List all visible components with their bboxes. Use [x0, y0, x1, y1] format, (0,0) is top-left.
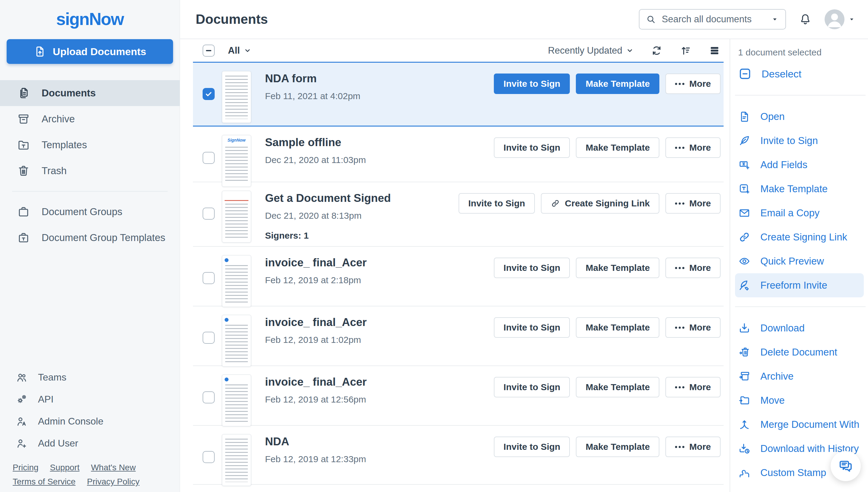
more-button[interactable]: More [665, 138, 721, 158]
action-merge-document-with[interactable]: Merge Document With [735, 413, 864, 437]
more-button[interactable]: More [665, 193, 721, 214]
filter-dropdown[interactable]: All [228, 45, 252, 56]
deselect-label: Deselect [761, 68, 801, 80]
document-row-selected[interactable]: NDA form Feb 11, 2021 at 4:02pm Invite t… [193, 62, 724, 126]
row-checkbox[interactable] [203, 152, 215, 164]
sort-order-icon[interactable] [680, 45, 691, 57]
action-freeform-invite[interactable]: Freeform Invite [735, 273, 864, 297]
sidebar-item-add-user[interactable]: Add User [0, 432, 180, 454]
document-title[interactable]: NDA [265, 435, 366, 448]
action-open[interactable]: Open [735, 104, 864, 129]
search-scope-caret-icon[interactable] [770, 15, 779, 24]
document-info: invoice_ final_Acer Feb 12, 2019 at 12:5… [265, 374, 367, 404]
document-row[interactable]: Sample offline Dec 21, 2020 at 11:03pm I… [193, 126, 724, 182]
create-signing-link-button[interactable]: Create Signing Link [541, 193, 660, 214]
row-checkbox[interactable] [203, 332, 215, 344]
invite-to-sign-button[interactable]: Invite to Sign [494, 437, 570, 457]
sidebar-item-label: Templates [42, 139, 87, 151]
avatar[interactable] [825, 9, 844, 29]
make-template-button[interactable]: Make Template [576, 317, 659, 338]
action-invite-to-sign[interactable]: Invite to Sign [735, 129, 864, 153]
make-template-button[interactable]: Make Template [576, 257, 659, 278]
more-button[interactable]: More [665, 437, 721, 457]
document-thumbnail[interactable] [222, 434, 251, 486]
document-title[interactable]: invoice_ final_Acer [265, 316, 367, 329]
chat-fab-button[interactable] [830, 451, 861, 481]
row-checkbox[interactable] [203, 272, 215, 284]
more-button[interactable]: More [665, 74, 721, 94]
search-box[interactable] [639, 9, 786, 29]
action-delete-document[interactable]: Delete Document [735, 340, 864, 364]
more-button[interactable]: More [665, 317, 721, 338]
row-checkbox[interactable] [203, 207, 215, 220]
document-title[interactable]: Get a Document Signed [265, 192, 391, 204]
action-create-signing-link[interactable]: Create Signing Link [735, 225, 864, 249]
make-template-button[interactable]: Make Template [576, 437, 659, 457]
document-row[interactable]: invoice_ final_Acer Feb 12, 2019 at 1:02… [193, 306, 724, 366]
sidebar-item-trash[interactable]: Trash [0, 158, 180, 184]
document-thumbnail[interactable] [222, 255, 251, 307]
select-all-checkbox[interactable] [203, 45, 215, 57]
make-template-button[interactable]: Make Template [576, 74, 659, 94]
sidebar-item-api[interactable]: API [0, 388, 180, 410]
make-template-icon [738, 182, 751, 195]
move-folder-icon [738, 394, 751, 407]
sidebar-item-teams[interactable]: Teams [0, 366, 180, 388]
action-move[interactable]: Move [735, 388, 864, 413]
invite-to-sign-button[interactable]: Invite to Sign [494, 317, 570, 338]
action-make-template[interactable]: Make Template [735, 177, 864, 201]
footer-link-terms-of-service[interactable]: Terms of Service [13, 476, 76, 487]
sidebar-item-document-group-templates[interactable]: Document Group Templates [0, 225, 180, 251]
more-button[interactable]: More [665, 377, 721, 397]
account-menu[interactable] [825, 9, 856, 29]
upload-documents-label: Upload Documents [53, 46, 146, 57]
sidebar-item-documents[interactable]: Documents [0, 80, 180, 106]
row-checkbox[interactable] [203, 451, 215, 463]
refresh-icon[interactable] [651, 45, 663, 57]
rows-view-icon[interactable] [708, 45, 721, 57]
document-row[interactable]: Get a Document Signed Dec 21, 2020 at 8:… [193, 182, 724, 246]
invite-to-sign-button[interactable]: Invite to Sign [459, 193, 535, 214]
document-title[interactable]: invoice_ final_Acer [265, 376, 367, 388]
more-button[interactable]: More [665, 257, 721, 278]
sidebar-item-document-groups[interactable]: Document Groups [0, 199, 180, 225]
signnow-logo[interactable]: signNow [0, 9, 180, 29]
action-archive[interactable]: Archive [735, 364, 864, 388]
document-row[interactable]: invoice_ final_Acer Feb 12, 2019 at 12:5… [193, 366, 724, 425]
document-thumbnail[interactable] [222, 135, 251, 187]
action-quick-preview[interactable]: Quick Preview [735, 249, 864, 273]
document-row[interactable]: invoice_ final_Acer Feb 12, 2019 at 2:18… [193, 246, 724, 306]
document-title[interactable]: invoice_ final_Acer [265, 256, 367, 269]
sidebar-item-archive[interactable]: Archive [0, 106, 180, 132]
invite-to-sign-button[interactable]: Invite to Sign [494, 257, 570, 278]
document-title[interactable]: NDA form [265, 72, 360, 85]
footer-link-privacy-policy[interactable]: Privacy Policy [87, 476, 140, 487]
make-template-button[interactable]: Make Template [576, 138, 659, 158]
make-template-button[interactable]: Make Template [576, 377, 659, 397]
row-checkbox[interactable] [203, 391, 215, 403]
search-input[interactable] [661, 14, 766, 25]
download-with-history-icon [738, 442, 751, 455]
invite-to-sign-button[interactable]: Invite to Sign [494, 377, 570, 397]
sidebar-item-admin-console[interactable]: Admin Console [0, 410, 180, 432]
document-thumbnail[interactable] [222, 315, 251, 367]
notifications-bell-icon[interactable] [799, 13, 812, 26]
footer-link-whats-new[interactable]: What's New [91, 462, 136, 473]
document-title[interactable]: Sample offline [265, 136, 366, 149]
action-email-a-copy[interactable]: Email a Copy [735, 201, 864, 225]
document-thumbnail[interactable] [222, 71, 251, 123]
row-checkbox-checked[interactable] [203, 88, 215, 100]
sort-dropdown[interactable]: Recently Updated [548, 45, 634, 56]
deselect-button[interactable]: Deselect [735, 61, 864, 87]
invite-to-sign-button[interactable]: Invite to Sign [494, 138, 570, 158]
action-download[interactable]: Download [735, 316, 864, 340]
upload-documents-button[interactable]: Upload Documents [7, 39, 173, 64]
document-row[interactable]: NDA Feb 12, 2019 at 12:33pm Invite to Si… [193, 425, 724, 485]
document-thumbnail[interactable] [222, 191, 251, 243]
footer-link-support[interactable]: Support [50, 462, 79, 473]
footer-link-pricing[interactable]: Pricing [13, 462, 39, 473]
action-add-fields[interactable]: Add Fields [735, 153, 864, 177]
invite-to-sign-button[interactable]: Invite to Sign [494, 74, 570, 94]
document-thumbnail[interactable] [222, 374, 251, 426]
sidebar-item-templates[interactable]: Templates [0, 132, 180, 158]
